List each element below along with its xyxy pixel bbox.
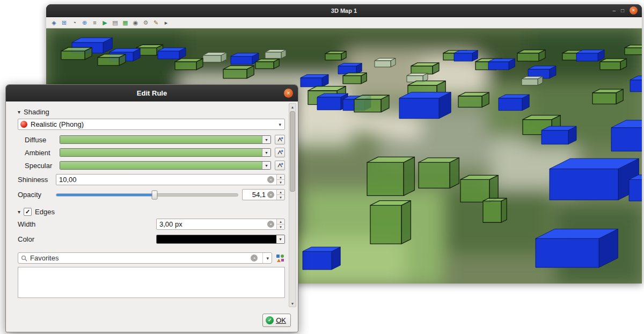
edit-rule-dialog: Edit Rule × ▾ Shading Realistic (Phong) … (5, 84, 298, 332)
toolbar-icon-edit[interactable]: ✎ (152, 19, 160, 27)
search-icon (21, 255, 27, 262)
clear-icon[interactable]: × (267, 176, 274, 183)
map-window-titlebar[interactable]: 3D Map 1 – □ × (46, 4, 642, 17)
toolbar-icon-animation-clock[interactable]: ◔ (70, 19, 78, 27)
shininess-input[interactable]: 10,00 × ▲ ▼ (56, 174, 285, 185)
toolbar-icon-options[interactable]: ▸ (162, 19, 170, 27)
maximize-icon[interactable]: □ (621, 8, 624, 13)
spin-down-icon[interactable]: ▼ (277, 195, 284, 200)
spin-down-icon[interactable]: ▼ (277, 180, 284, 185)
edge-width-label: Width (18, 220, 156, 228)
chevron-down-icon[interactable]: ▾ (276, 235, 284, 243)
toolbar-icon-save-layout[interactable]: ▤ (111, 19, 119, 27)
scroll-down-icon[interactable]: ▼ (289, 300, 296, 307)
spin-up-icon[interactable]: ▲ (277, 190, 284, 195)
spin-up-icon[interactable]: ▲ (277, 219, 284, 224)
clear-icon[interactable]: × (267, 221, 274, 228)
toolbar-icon-export-scene[interactable]: ▦ (121, 19, 129, 27)
opacity-slider-handle[interactable] (151, 190, 157, 199)
edge-color-button[interactable]: ▾ (156, 235, 285, 244)
scroll-up-icon[interactable]: ▲ (289, 104, 296, 110)
clear-icon[interactable]: × (267, 191, 274, 198)
toolbar-icon-measure-line[interactable]: ≡ (91, 19, 99, 27)
dialog-footer: ✓ OK (6, 308, 298, 332)
dialog-scrollbar[interactable]: ▲ ▼ (289, 103, 296, 307)
diffuse-data-defined-button[interactable] (275, 135, 285, 144)
dialog-close-icon[interactable]: × (284, 89, 293, 98)
scrollbar-thumb[interactable] (290, 111, 295, 192)
shading-type-combobox[interactable]: Realistic (Phong) ▾ (18, 119, 285, 130)
toolbar-icon-effects-wrench[interactable]: ⚙ (142, 19, 150, 27)
phong-sphere-icon (20, 121, 27, 128)
ok-button[interactable]: ✓ OK (262, 314, 291, 327)
favorites-row: Favorites × ▾ (18, 252, 285, 264)
favorites-search-field[interactable]: Favorites × ▾ (18, 252, 272, 264)
edge-width-row: Width 3,00 px × ▲ ▼ (18, 219, 285, 230)
shininess-value: 10,00 (56, 176, 267, 184)
toolbar-icon-camera-control[interactable]: ◈ (50, 19, 58, 27)
dialog-title: Edit Rule (137, 89, 167, 97)
edges-section-label: Edges (35, 208, 55, 216)
chevron-down-icon: ▾ (279, 122, 281, 127)
specular-data-defined-button[interactable] (275, 161, 285, 170)
opacity-input[interactable]: 54,1 × ▲ ▼ (242, 189, 285, 200)
data-defined-icon (277, 162, 283, 169)
toolbar-icon-camera[interactable]: ◉ (131, 19, 140, 27)
dialog-titlebar[interactable]: Edit Rule × (6, 85, 298, 101)
specular-color-button[interactable]: ▾ (60, 161, 271, 170)
diffuse-label: Diffuse (25, 136, 56, 144)
collapse-arrow-icon[interactable]: ▾ (18, 109, 20, 115)
spin-down-icon[interactable]: ▼ (277, 224, 284, 229)
toolbar-icon-play-animation[interactable]: ▶ (101, 19, 109, 27)
opacity-label: Opacity (18, 191, 52, 199)
edge-width-input[interactable]: 3,00 px × ▲ ▼ (156, 219, 285, 230)
ambient-row: Ambient ▾ (25, 148, 285, 157)
specular-row: Specular ▾ (25, 161, 285, 170)
toolbar-icon-identify[interactable]: ⊞ (60, 19, 68, 27)
clear-icon[interactable]: × (251, 255, 258, 262)
map-toolbar: ◈⊞◔⊕≡▶▤▦◉⚙✎▸ (46, 17, 642, 28)
shading-type-value: Realistic (Phong) (31, 120, 275, 128)
spin-up-icon[interactable]: ▲ (277, 175, 284, 180)
opacity-spinner[interactable]: ▲ ▼ (276, 190, 284, 200)
ok-check-icon: ✓ (266, 316, 274, 324)
minimize-icon[interactable]: – (612, 8, 616, 13)
ambient-color-bar (60, 149, 262, 156)
shading-section-label: Shading (24, 108, 49, 116)
shininess-spinner[interactable]: ▲ ▼ (276, 175, 284, 185)
edges-checkbox[interactable]: ✓ (24, 208, 32, 216)
ok-button-label: OK (276, 316, 286, 324)
edges-section-header[interactable]: ▾ ✓ Edges (18, 208, 285, 216)
chevron-down-icon[interactable]: ▾ (262, 253, 269, 263)
favorites-search-text: Favorites (30, 254, 248, 262)
chevron-down-icon[interactable]: ▾ (262, 149, 270, 156)
opacity-slider-track (56, 193, 238, 197)
collapse-arrow-icon[interactable]: ▾ (18, 209, 20, 215)
ambient-color-button[interactable]: ▾ (60, 148, 271, 157)
specular-label: Specular (25, 162, 56, 170)
data-defined-icon (277, 136, 283, 143)
chevron-down-icon[interactable]: ▾ (262, 136, 270, 143)
style-manager-icon (276, 254, 284, 263)
diffuse-color-bar (60, 136, 262, 143)
edge-width-value: 3,00 px (157, 220, 267, 228)
ambient-label: Ambient (25, 149, 56, 157)
shading-section-header[interactable]: ▾ Shading (18, 108, 285, 116)
opacity-slider[interactable] (56, 189, 238, 200)
edge-color-swatch (157, 235, 276, 243)
opacity-row: Opacity 54,1 × ▲ ▼ (18, 189, 285, 200)
dialog-content: ▾ Shading Realistic (Phong) ▾ Diffuse ▾ (6, 101, 287, 308)
edge-width-spinner[interactable]: ▲ ▼ (276, 219, 284, 229)
edge-color-row: Color ▾ (18, 234, 285, 245)
opacity-slider-fill (56, 194, 155, 196)
style-list-area[interactable] (18, 267, 285, 298)
map-window-title: 3D Map 1 (331, 8, 357, 14)
window-controls: – □ × (612, 4, 638, 17)
style-manager-button[interactable] (275, 253, 285, 263)
ambient-data-defined-button[interactable] (275, 148, 285, 157)
close-icon[interactable]: × (630, 6, 638, 14)
toolbar-icon-zoom-full[interactable]: ⊕ (80, 19, 89, 27)
specular-color-bar (60, 162, 262, 169)
chevron-down-icon[interactable]: ▾ (262, 162, 270, 169)
diffuse-color-button[interactable]: ▾ (60, 135, 271, 144)
